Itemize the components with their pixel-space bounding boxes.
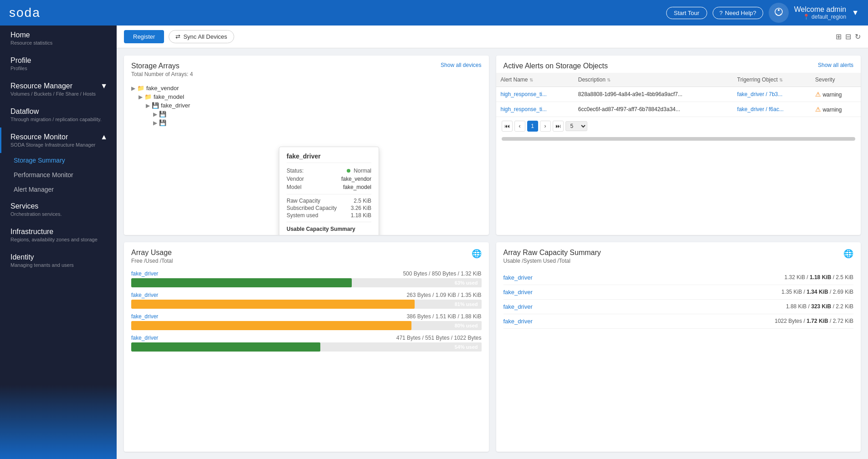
usage-bar-label-2: 81% used bbox=[455, 301, 478, 307]
tree-node-model[interactable]: ▶ 📁 fake_model bbox=[139, 92, 482, 101]
last-page-btn[interactable]: ⏭ bbox=[553, 121, 564, 132]
raw-item-name-2[interactable]: fake_driver bbox=[503, 289, 533, 296]
sort-icon-desc[interactable]: ⇅ bbox=[607, 77, 611, 82]
usage-bar-fill-4 bbox=[131, 342, 320, 352]
tree-node-driver[interactable]: ▶ 💾 fake_driver bbox=[146, 101, 482, 110]
tooltip-subscribed-row: Subscribed Capacity 3.26 KiB bbox=[287, 204, 371, 212]
raw-capacity-list: fake_driver 1.32 KiB / 1.18 KiB / 2.5 Ki… bbox=[496, 267, 861, 332]
storage-arrays-title: Storage Arrays bbox=[131, 62, 193, 70]
sidebar-item-identity[interactable]: Identity Managing tenants and users bbox=[0, 248, 117, 273]
show-all-alerts-link[interactable]: Show all alerts bbox=[818, 62, 853, 68]
raw-capacity-icon[interactable]: 🌐 bbox=[843, 249, 853, 259]
col-triggering: Trigerring Object ⇅ bbox=[733, 73, 811, 87]
sort-icon-trigger[interactable]: ⇅ bbox=[779, 77, 783, 82]
array-usage-icon[interactable]: 🌐 bbox=[472, 249, 482, 259]
svg-point-1 bbox=[778, 9, 780, 11]
active-alerts-header: Active Alerts on Storage Objects Show al… bbox=[496, 56, 861, 73]
usage-item-1: fake_driver 500 Bytes / 850 Bytes / 1.32… bbox=[131, 270, 482, 287]
usage-bar-fill-1 bbox=[131, 278, 352, 287]
usage-name-3[interactable]: fake_driver bbox=[131, 313, 158, 320]
device-icon-3: 💾 bbox=[159, 119, 166, 126]
expand-arrow-icon-3: ▶ bbox=[146, 102, 150, 109]
header-actions: Start Tour ? Need Help? Welcome admin 📍 … bbox=[666, 3, 859, 23]
usage-name-4[interactable]: fake_driver bbox=[131, 335, 158, 341]
sidebar-sub-item-alert-manager[interactable]: Alert Manager bbox=[0, 182, 117, 197]
tree-node-driver-3[interactable]: ▶ 💾 bbox=[153, 118, 482, 127]
next-page-btn[interactable]: › bbox=[540, 121, 551, 132]
soda-foundation-logo bbox=[769, 3, 789, 23]
usage-bar-fill-2 bbox=[131, 300, 415, 309]
usage-bar-label-1: 63% used bbox=[455, 280, 478, 286]
tooltip-status-value: Normal bbox=[347, 168, 371, 174]
col-description: Description ⇅ bbox=[574, 73, 733, 87]
need-help-button[interactable]: ? Need Help? bbox=[713, 7, 763, 19]
usage-item-4: fake_driver 471 Bytes / 551 Bytes / 1022… bbox=[131, 335, 482, 352]
per-page-select[interactable]: 5 10 25 bbox=[565, 121, 587, 131]
alert-severity-2: ⚠ warning bbox=[811, 102, 861, 117]
usage-bar-bg-1: 63% used bbox=[131, 278, 482, 287]
start-tour-button[interactable]: Start Tour bbox=[666, 7, 707, 19]
raw-item-value-4: 1022 Bytes / 1.72 KiB / 2.72 KiB bbox=[775, 318, 853, 324]
alert-name-2[interactable]: high_response_ti... bbox=[501, 106, 547, 112]
raw-capacity-title: Array Raw Capacity Summary bbox=[503, 249, 601, 257]
expand-arrow-icon-5: ▶ bbox=[153, 120, 157, 126]
expand-arrow-icon-4: ▶ bbox=[153, 111, 157, 117]
list-view-icon[interactable]: ⊟ bbox=[845, 32, 851, 41]
sidebar-item-home[interactable]: Home Resource statistics bbox=[0, 26, 117, 51]
folder-icon-2: 📁 bbox=[144, 93, 152, 100]
sidebar-item-resource-monitor[interactable]: Resource Monitor ▲ SODA Storage Infrastr… bbox=[0, 128, 117, 153]
raw-item-name-4[interactable]: fake_driver bbox=[503, 318, 533, 325]
alert-trigger-2[interactable]: fake_driver / f6ac... bbox=[737, 106, 784, 112]
sidebar-item-dataflow[interactable]: Dataflow Through migration / replication… bbox=[0, 102, 117, 128]
raw-item-name-3[interactable]: fake_driver bbox=[503, 303, 533, 310]
scrollbar-area[interactable] bbox=[502, 137, 856, 141]
show-all-devices-link[interactable]: Show all devices bbox=[441, 62, 481, 68]
sidebar-item-profile[interactable]: Profile Profiles bbox=[0, 51, 117, 76]
storage-arrays-header: Storage Arrays Total Number of Arrays: 4… bbox=[124, 56, 489, 80]
panels-grid: Storage Arrays Total Number of Arrays: 4… bbox=[117, 48, 868, 459]
alert-trigger-1[interactable]: fake_driver / 7b3... bbox=[737, 91, 782, 97]
grid-view-icon[interactable]: ⊞ bbox=[836, 32, 842, 41]
sort-icon-alert[interactable]: ⇅ bbox=[529, 77, 533, 82]
prev-page-btn[interactable]: ‹ bbox=[514, 121, 525, 132]
sidebar-item-infrastructure[interactable]: Infrastructure Regions, availability zon… bbox=[0, 222, 117, 248]
raw-item-value-2: 1.35 KiB / 1.34 KiB / 2.69 KiB bbox=[781, 289, 853, 295]
alert-name-1[interactable]: high_response_ti... bbox=[501, 91, 547, 97]
sidebar-item-services[interactable]: Services Orchestration services. bbox=[0, 197, 117, 222]
sidebar-sub-item-performance-monitor[interactable]: Performance Monitor bbox=[0, 168, 117, 182]
alert-desc-1: 828a8808-1d96-4a84-a9e1-4bb96a9acf7... bbox=[574, 87, 733, 102]
usage-bar-bg-2: 81% used bbox=[131, 300, 482, 309]
region-label: 📍 default_region bbox=[794, 14, 846, 20]
sidebar: Home Resource statistics Profile Profile… bbox=[0, 26, 117, 459]
raw-item-name-1[interactable]: fake_driver bbox=[503, 274, 533, 281]
sync-button[interactable]: ⇄ Sync All Devices bbox=[169, 30, 234, 43]
sidebar-item-resource-manager[interactable]: Resource Manager ▼ Volumes / Buckets / F… bbox=[0, 76, 117, 102]
raw-capacity-header: Array Raw Capacity Summary Usable /Syste… bbox=[496, 242, 861, 267]
usage-name-2[interactable]: fake_driver bbox=[131, 292, 158, 298]
storage-arrays-tree: ▶ 📁 fake_vendor ▶ 📁 fake_model ▶ 💾 bbox=[124, 80, 489, 131]
alerts-table: Alert Name ⇅ Description ⇅ Trigerring Ob… bbox=[496, 73, 861, 117]
tooltip-vendor-row: Vendor fake_vendor bbox=[287, 175, 371, 183]
refresh-icon[interactable]: ↻ bbox=[855, 32, 861, 41]
tree-node-vendor[interactable]: ▶ 📁 fake_vendor bbox=[131, 84, 482, 92]
raw-item-3: fake_driver 1.88 KiB / 323 KiB / 2.2 KiB bbox=[503, 300, 854, 314]
tooltip-status-row: Status: Normal bbox=[287, 167, 371, 175]
usage-bar-label-4: 54% used bbox=[455, 344, 478, 350]
welcome-section: Welcome admin 📍 default_region bbox=[794, 5, 846, 20]
alert-severity-1: ⚠ warning bbox=[811, 87, 861, 102]
array-usage-panel: Array Usage Free /Used /Total 🌐 fake_dri… bbox=[124, 242, 489, 452]
tooltip-system-used-row: System used 1.18 KiB bbox=[287, 212, 371, 219]
col-severity: Severity bbox=[811, 73, 861, 87]
folder-icon: 📁 bbox=[137, 85, 144, 92]
header: soda Start Tour ? Need Help? Welcome adm… bbox=[0, 0, 868, 26]
logo: soda bbox=[9, 5, 41, 20]
usage-name-1[interactable]: fake_driver bbox=[131, 270, 158, 277]
first-page-btn[interactable]: ⏮ bbox=[502, 121, 513, 132]
sidebar-sub-item-storage-summary[interactable]: Storage Summary bbox=[0, 153, 117, 168]
expand-icon: ▼ bbox=[100, 82, 108, 90]
page-1-btn[interactable]: 1 bbox=[527, 121, 538, 132]
register-button[interactable]: Register bbox=[124, 30, 164, 43]
user-menu-chevron[interactable]: ▼ bbox=[852, 9, 859, 17]
tooltip-model-row: Model fake_model bbox=[287, 183, 371, 191]
tree-node-driver-2[interactable]: ▶ 💾 bbox=[153, 110, 482, 118]
